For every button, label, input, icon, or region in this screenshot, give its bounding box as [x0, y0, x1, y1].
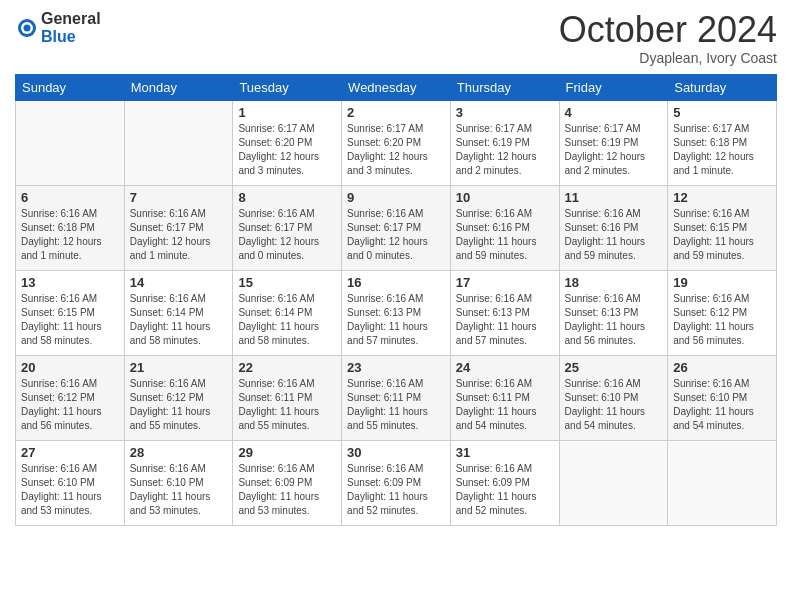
svg-point-2 — [24, 24, 31, 31]
day-number: 17 — [456, 275, 554, 290]
day-info: Sunrise: 6:16 AMSunset: 6:11 PMDaylight:… — [347, 377, 445, 433]
calendar-cell: 16Sunrise: 6:16 AMSunset: 6:13 PMDayligh… — [342, 270, 451, 355]
day-info: Sunrise: 6:16 AMSunset: 6:16 PMDaylight:… — [565, 207, 663, 263]
day-info: Sunrise: 6:16 AMSunset: 6:09 PMDaylight:… — [238, 462, 336, 518]
calendar-cell — [668, 440, 777, 525]
day-number: 26 — [673, 360, 771, 375]
weekday-header-thursday: Thursday — [450, 74, 559, 100]
day-number: 14 — [130, 275, 228, 290]
calendar-cell: 30Sunrise: 6:16 AMSunset: 6:09 PMDayligh… — [342, 440, 451, 525]
week-row-4: 20Sunrise: 6:16 AMSunset: 6:12 PMDayligh… — [16, 355, 777, 440]
month-title: October 2024 — [559, 10, 777, 50]
day-info: Sunrise: 6:17 AMSunset: 6:18 PMDaylight:… — [673, 122, 771, 178]
day-number: 10 — [456, 190, 554, 205]
day-info: Sunrise: 6:16 AMSunset: 6:13 PMDaylight:… — [347, 292, 445, 348]
calendar-cell: 4Sunrise: 6:17 AMSunset: 6:19 PMDaylight… — [559, 100, 668, 185]
day-info: Sunrise: 6:17 AMSunset: 6:20 PMDaylight:… — [238, 122, 336, 178]
day-info: Sunrise: 6:16 AMSunset: 6:17 PMDaylight:… — [238, 207, 336, 263]
day-number: 3 — [456, 105, 554, 120]
day-number: 25 — [565, 360, 663, 375]
logo-blue-text: Blue — [41, 28, 101, 46]
day-number: 30 — [347, 445, 445, 460]
day-number: 21 — [130, 360, 228, 375]
day-info: Sunrise: 6:17 AMSunset: 6:19 PMDaylight:… — [565, 122, 663, 178]
day-info: Sunrise: 6:16 AMSunset: 6:11 PMDaylight:… — [238, 377, 336, 433]
calendar-cell: 21Sunrise: 6:16 AMSunset: 6:12 PMDayligh… — [124, 355, 233, 440]
calendar-cell: 24Sunrise: 6:16 AMSunset: 6:11 PMDayligh… — [450, 355, 559, 440]
day-number: 4 — [565, 105, 663, 120]
calendar-cell: 10Sunrise: 6:16 AMSunset: 6:16 PMDayligh… — [450, 185, 559, 270]
day-number: 6 — [21, 190, 119, 205]
day-number: 8 — [238, 190, 336, 205]
calendar-cell: 15Sunrise: 6:16 AMSunset: 6:14 PMDayligh… — [233, 270, 342, 355]
day-info: Sunrise: 6:16 AMSunset: 6:17 PMDaylight:… — [130, 207, 228, 263]
calendar-cell: 14Sunrise: 6:16 AMSunset: 6:14 PMDayligh… — [124, 270, 233, 355]
day-number: 13 — [21, 275, 119, 290]
day-info: Sunrise: 6:16 AMSunset: 6:15 PMDaylight:… — [21, 292, 119, 348]
day-number: 11 — [565, 190, 663, 205]
day-number: 12 — [673, 190, 771, 205]
day-number: 31 — [456, 445, 554, 460]
calendar-cell: 19Sunrise: 6:16 AMSunset: 6:12 PMDayligh… — [668, 270, 777, 355]
day-info: Sunrise: 6:16 AMSunset: 6:12 PMDaylight:… — [130, 377, 228, 433]
day-number: 29 — [238, 445, 336, 460]
weekday-header-tuesday: Tuesday — [233, 74, 342, 100]
calendar-cell: 2Sunrise: 6:17 AMSunset: 6:20 PMDaylight… — [342, 100, 451, 185]
calendar-cell: 6Sunrise: 6:16 AMSunset: 6:18 PMDaylight… — [16, 185, 125, 270]
day-info: Sunrise: 6:16 AMSunset: 6:13 PMDaylight:… — [565, 292, 663, 348]
day-number: 24 — [456, 360, 554, 375]
day-info: Sunrise: 6:16 AMSunset: 6:10 PMDaylight:… — [130, 462, 228, 518]
day-info: Sunrise: 6:16 AMSunset: 6:10 PMDaylight:… — [565, 377, 663, 433]
day-number: 28 — [130, 445, 228, 460]
weekday-header-row: SundayMondayTuesdayWednesdayThursdayFrid… — [16, 74, 777, 100]
calendar-cell: 26Sunrise: 6:16 AMSunset: 6:10 PMDayligh… — [668, 355, 777, 440]
calendar-cell: 27Sunrise: 6:16 AMSunset: 6:10 PMDayligh… — [16, 440, 125, 525]
week-row-5: 27Sunrise: 6:16 AMSunset: 6:10 PMDayligh… — [16, 440, 777, 525]
day-info: Sunrise: 6:16 AMSunset: 6:13 PMDaylight:… — [456, 292, 554, 348]
day-number: 19 — [673, 275, 771, 290]
weekday-header-sunday: Sunday — [16, 74, 125, 100]
day-info: Sunrise: 6:16 AMSunset: 6:09 PMDaylight:… — [456, 462, 554, 518]
calendar-container: General Blue October 2024 Dyaplean, Ivor… — [0, 0, 792, 536]
day-info: Sunrise: 6:16 AMSunset: 6:14 PMDaylight:… — [238, 292, 336, 348]
calendar-cell: 3Sunrise: 6:17 AMSunset: 6:19 PMDaylight… — [450, 100, 559, 185]
day-info: Sunrise: 6:16 AMSunset: 6:10 PMDaylight:… — [673, 377, 771, 433]
day-number: 27 — [21, 445, 119, 460]
day-number: 18 — [565, 275, 663, 290]
calendar-cell — [559, 440, 668, 525]
day-number: 2 — [347, 105, 445, 120]
weekday-header-saturday: Saturday — [668, 74, 777, 100]
calendar-cell: 11Sunrise: 6:16 AMSunset: 6:16 PMDayligh… — [559, 185, 668, 270]
calendar-cell: 29Sunrise: 6:16 AMSunset: 6:09 PMDayligh… — [233, 440, 342, 525]
weekday-header-friday: Friday — [559, 74, 668, 100]
day-info: Sunrise: 6:17 AMSunset: 6:20 PMDaylight:… — [347, 122, 445, 178]
title-block: October 2024 Dyaplean, Ivory Coast — [559, 10, 777, 66]
day-number: 5 — [673, 105, 771, 120]
calendar-cell — [124, 100, 233, 185]
day-info: Sunrise: 6:16 AMSunset: 6:11 PMDaylight:… — [456, 377, 554, 433]
week-row-1: 1Sunrise: 6:17 AMSunset: 6:20 PMDaylight… — [16, 100, 777, 185]
day-number: 16 — [347, 275, 445, 290]
logo-general-text: General — [41, 10, 101, 28]
day-number: 1 — [238, 105, 336, 120]
day-info: Sunrise: 6:16 AMSunset: 6:16 PMDaylight:… — [456, 207, 554, 263]
weekday-header-monday: Monday — [124, 74, 233, 100]
calendar-cell: 23Sunrise: 6:16 AMSunset: 6:11 PMDayligh… — [342, 355, 451, 440]
day-number: 7 — [130, 190, 228, 205]
calendar-cell: 8Sunrise: 6:16 AMSunset: 6:17 PMDaylight… — [233, 185, 342, 270]
day-number: 15 — [238, 275, 336, 290]
day-info: Sunrise: 6:16 AMSunset: 6:12 PMDaylight:… — [21, 377, 119, 433]
calendar-cell: 20Sunrise: 6:16 AMSunset: 6:12 PMDayligh… — [16, 355, 125, 440]
week-row-3: 13Sunrise: 6:16 AMSunset: 6:15 PMDayligh… — [16, 270, 777, 355]
calendar-cell — [16, 100, 125, 185]
calendar-cell: 12Sunrise: 6:16 AMSunset: 6:15 PMDayligh… — [668, 185, 777, 270]
calendar-cell: 13Sunrise: 6:16 AMSunset: 6:15 PMDayligh… — [16, 270, 125, 355]
day-number: 23 — [347, 360, 445, 375]
day-info: Sunrise: 6:16 AMSunset: 6:17 PMDaylight:… — [347, 207, 445, 263]
calendar-cell: 28Sunrise: 6:16 AMSunset: 6:10 PMDayligh… — [124, 440, 233, 525]
calendar-cell: 25Sunrise: 6:16 AMSunset: 6:10 PMDayligh… — [559, 355, 668, 440]
day-info: Sunrise: 6:16 AMSunset: 6:15 PMDaylight:… — [673, 207, 771, 263]
day-info: Sunrise: 6:16 AMSunset: 6:12 PMDaylight:… — [673, 292, 771, 348]
calendar-cell: 18Sunrise: 6:16 AMSunset: 6:13 PMDayligh… — [559, 270, 668, 355]
calendar-cell: 1Sunrise: 6:17 AMSunset: 6:20 PMDaylight… — [233, 100, 342, 185]
